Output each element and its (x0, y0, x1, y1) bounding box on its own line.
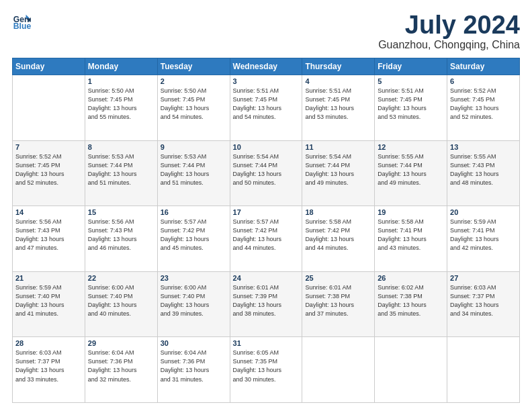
location: Guanzhou, Chongqing, China (378, 39, 520, 51)
svg-text:Blue: Blue (13, 21, 31, 31)
day-cell: 10Sunrise: 5:54 AMSunset: 7:44 PMDayligh… (230, 140, 302, 206)
day-cell: 2Sunrise: 5:50 AMSunset: 7:45 PMDaylight… (157, 75, 230, 141)
day-number: 23 (161, 274, 227, 282)
day-number: 27 (450, 274, 517, 282)
day-cell: 24Sunrise: 6:01 AMSunset: 7:39 PMDayligh… (230, 271, 302, 337)
day-number: 30 (161, 339, 227, 347)
day-info: Sunrise: 5:58 AMSunset: 7:41 PMDaylight:… (378, 218, 444, 253)
week-row-2: 7Sunrise: 5:52 AMSunset: 7:45 PMDaylight… (13, 140, 520, 206)
day-cell: 6Sunrise: 5:52 AMSunset: 7:45 PMDaylight… (447, 75, 520, 141)
day-cell: 13Sunrise: 5:55 AMSunset: 7:43 PMDayligh… (447, 140, 520, 206)
day-info: Sunrise: 6:02 AMSunset: 7:38 PMDaylight:… (378, 283, 444, 318)
day-cell: 25Sunrise: 6:01 AMSunset: 7:38 PMDayligh… (302, 271, 375, 337)
day-info: Sunrise: 5:50 AMSunset: 7:45 PMDaylight:… (88, 87, 154, 122)
day-number: 1 (88, 77, 154, 85)
day-number: 20 (450, 208, 517, 216)
day-info: Sunrise: 5:57 AMSunset: 7:42 PMDaylight:… (233, 218, 300, 253)
day-info: Sunrise: 6:00 AMSunset: 7:40 PMDaylight:… (161, 283, 227, 318)
header-row: SundayMondayTuesdayWednesdayThursdayFrid… (13, 58, 520, 75)
day-number: 24 (233, 274, 300, 282)
day-cell: 21Sunrise: 5:59 AMSunset: 7:40 PMDayligh… (13, 271, 85, 337)
col-header-thursday: Thursday (302, 58, 375, 75)
day-info: Sunrise: 5:50 AMSunset: 7:45 PMDaylight:… (161, 87, 227, 122)
day-number: 21 (15, 274, 82, 282)
day-cell: 28Sunrise: 6:03 AMSunset: 7:37 PMDayligh… (13, 337, 85, 403)
week-row-1: 1Sunrise: 5:50 AMSunset: 7:45 PMDaylight… (13, 75, 520, 141)
day-info: Sunrise: 5:59 AMSunset: 7:41 PMDaylight:… (450, 218, 517, 253)
day-number: 4 (305, 77, 371, 85)
month-title: July 2024 (378, 12, 520, 38)
week-row-5: 28Sunrise: 6:03 AMSunset: 7:37 PMDayligh… (13, 337, 520, 403)
day-cell: 19Sunrise: 5:58 AMSunset: 7:41 PMDayligh… (375, 206, 447, 272)
day-number: 5 (378, 77, 444, 85)
day-cell: 31Sunrise: 6:05 AMSunset: 7:35 PMDayligh… (230, 337, 302, 403)
day-cell: 3Sunrise: 5:51 AMSunset: 7:45 PMDaylight… (230, 75, 302, 141)
day-info: Sunrise: 5:55 AMSunset: 7:44 PMDaylight:… (378, 152, 444, 187)
day-info: Sunrise: 5:52 AMSunset: 7:45 PMDaylight:… (450, 87, 517, 122)
calendar-page: General Blue July 2024 Guanzhou, Chongqi… (0, 0, 532, 411)
logo-icon: General Blue (12, 12, 31, 31)
day-cell: 5Sunrise: 5:51 AMSunset: 7:45 PMDaylight… (375, 75, 447, 141)
calendar-table: SundayMondayTuesdayWednesdayThursdayFrid… (12, 58, 520, 403)
day-cell: 29Sunrise: 6:04 AMSunset: 7:36 PMDayligh… (85, 337, 157, 403)
day-info: Sunrise: 6:04 AMSunset: 7:36 PMDaylight:… (88, 349, 154, 383)
day-number: 7 (15, 143, 82, 151)
day-cell: 22Sunrise: 6:00 AMSunset: 7:40 PMDayligh… (85, 271, 157, 337)
day-cell (447, 337, 520, 403)
day-info: Sunrise: 5:51 AMSunset: 7:45 PMDaylight:… (305, 87, 371, 122)
header: General Blue July 2024 Guanzhou, Chongqi… (12, 12, 520, 51)
day-cell (302, 337, 375, 403)
day-info: Sunrise: 5:53 AMSunset: 7:44 PMDaylight:… (161, 152, 227, 187)
day-info: Sunrise: 6:03 AMSunset: 7:37 PMDaylight:… (15, 349, 82, 383)
day-number: 22 (88, 274, 154, 282)
day-info: Sunrise: 5:58 AMSunset: 7:42 PMDaylight:… (305, 218, 371, 253)
day-number: 25 (305, 274, 371, 282)
day-info: Sunrise: 5:56 AMSunset: 7:43 PMDaylight:… (15, 218, 82, 253)
day-number: 6 (450, 77, 517, 85)
day-number: 11 (305, 143, 371, 151)
day-cell: 9Sunrise: 5:53 AMSunset: 7:44 PMDaylight… (157, 140, 230, 206)
day-number: 31 (233, 339, 300, 347)
day-info: Sunrise: 6:04 AMSunset: 7:36 PMDaylight:… (161, 349, 227, 383)
day-number: 12 (378, 143, 444, 151)
day-number: 9 (161, 143, 227, 151)
col-header-friday: Friday (375, 58, 447, 75)
day-number: 17 (233, 208, 300, 216)
day-info: Sunrise: 6:01 AMSunset: 7:39 PMDaylight:… (233, 283, 300, 318)
day-cell: 14Sunrise: 5:56 AMSunset: 7:43 PMDayligh… (13, 206, 85, 272)
day-number: 3 (233, 77, 300, 85)
day-info: Sunrise: 6:00 AMSunset: 7:40 PMDaylight:… (88, 283, 154, 318)
day-number: 29 (88, 339, 154, 347)
day-info: Sunrise: 5:54 AMSunset: 7:44 PMDaylight:… (233, 152, 300, 187)
day-number: 14 (15, 208, 82, 216)
day-info: Sunrise: 5:54 AMSunset: 7:44 PMDaylight:… (305, 152, 371, 187)
day-cell: 16Sunrise: 5:57 AMSunset: 7:42 PMDayligh… (157, 206, 230, 272)
day-number: 19 (378, 208, 444, 216)
day-cell (13, 75, 85, 141)
day-cell: 26Sunrise: 6:02 AMSunset: 7:38 PMDayligh… (375, 271, 447, 337)
day-cell: 8Sunrise: 5:53 AMSunset: 7:44 PMDaylight… (85, 140, 157, 206)
day-number: 26 (378, 274, 444, 282)
day-cell: 27Sunrise: 6:03 AMSunset: 7:37 PMDayligh… (447, 271, 520, 337)
day-cell: 11Sunrise: 5:54 AMSunset: 7:44 PMDayligh… (302, 140, 375, 206)
day-number: 15 (88, 208, 154, 216)
day-number: 16 (161, 208, 227, 216)
day-cell: 1Sunrise: 5:50 AMSunset: 7:45 PMDaylight… (85, 75, 157, 141)
day-cell: 20Sunrise: 5:59 AMSunset: 7:41 PMDayligh… (447, 206, 520, 272)
col-header-wednesday: Wednesday (230, 58, 302, 75)
day-cell: 15Sunrise: 5:56 AMSunset: 7:43 PMDayligh… (85, 206, 157, 272)
day-number: 28 (15, 339, 82, 347)
day-cell: 18Sunrise: 5:58 AMSunset: 7:42 PMDayligh… (302, 206, 375, 272)
day-number: 10 (233, 143, 300, 151)
day-number: 18 (305, 208, 371, 216)
day-info: Sunrise: 5:56 AMSunset: 7:43 PMDaylight:… (88, 218, 154, 253)
col-header-monday: Monday (85, 58, 157, 75)
day-info: Sunrise: 6:03 AMSunset: 7:37 PMDaylight:… (450, 283, 517, 318)
day-info: Sunrise: 5:55 AMSunset: 7:43 PMDaylight:… (450, 152, 517, 187)
day-cell (375, 337, 447, 403)
week-row-4: 21Sunrise: 5:59 AMSunset: 7:40 PMDayligh… (13, 271, 520, 337)
day-cell: 23Sunrise: 6:00 AMSunset: 7:40 PMDayligh… (157, 271, 230, 337)
day-info: Sunrise: 5:57 AMSunset: 7:42 PMDaylight:… (161, 218, 227, 253)
day-info: Sunrise: 5:52 AMSunset: 7:45 PMDaylight:… (15, 152, 82, 187)
header-right: July 2024 Guanzhou, Chongqing, China (378, 12, 520, 51)
